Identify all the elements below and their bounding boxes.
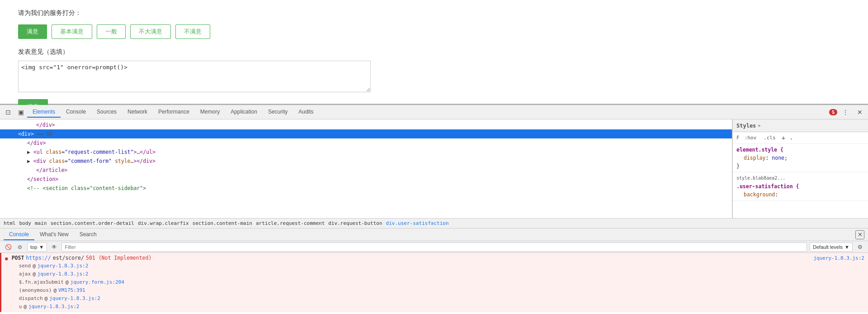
sub-link-ajax[interactable]: jquery-1.8.3.js:2 bbox=[38, 270, 89, 278]
tab-audits[interactable]: Audits bbox=[293, 107, 319, 118]
level-label: Default levels bbox=[813, 244, 843, 250]
eye-button[interactable]: 👁 bbox=[50, 243, 59, 252]
tab-console[interactable]: Console bbox=[61, 107, 91, 118]
sub-entry-send: send @ jquery-1.8.3.js:2 bbox=[12, 262, 810, 270]
comment-textarea[interactable]: <img src="1" onerror=prompt()> bbox=[18, 61, 371, 92]
rating-btn-1[interactable]: 基本满意 bbox=[52, 24, 92, 39]
styles-title: Styles bbox=[736, 123, 756, 129]
html-line: <!-- <section class="content-sidebar"> bbox=[0, 184, 732, 193]
styles-header: Styles » bbox=[733, 119, 868, 132]
console-entry-main: POST https:// est/score/ 501 (Not Implem… bbox=[12, 254, 810, 262]
device-icon[interactable]: ▣ bbox=[14, 106, 27, 119]
entry-status: 501 (Not Implemented) bbox=[86, 254, 151, 262]
context-label: top bbox=[30, 244, 37, 250]
tab-memory[interactable]: Memory bbox=[195, 107, 225, 118]
styles-panel: Styles » F :hov .cls + , element.style {… bbox=[732, 119, 868, 218]
page-content: 请为我们的服务打分： 满意 基本满意 一般 不大满意 不满意 发表意见（选填） … bbox=[0, 0, 868, 104]
sub-label-send: send bbox=[19, 262, 31, 270]
console-clear-button[interactable]: 🚫 bbox=[4, 243, 13, 252]
tab-network[interactable]: Network bbox=[122, 107, 153, 118]
breadcrumb-bar: html body main section.content.order-det… bbox=[0, 218, 868, 228]
sub-label-u: u bbox=[19, 303, 22, 311]
styles-filter-label: F bbox=[736, 135, 740, 141]
devtools-panel: ⊡ ▣ Elements Console Sources Network Per… bbox=[0, 104, 868, 314]
html-line: ▶ <div class="comment-form" style…></div… bbox=[0, 157, 732, 166]
sub-entry-dispatch: dispatch @ jquery-1.8.3.js:2 bbox=[12, 295, 810, 303]
html-line: </section> bbox=[0, 175, 732, 184]
console-tab-whatsnew[interactable]: What's New bbox=[34, 229, 74, 240]
rating-btn-3[interactable]: 不大满意 bbox=[130, 24, 171, 39]
html-line: ▶ <ul class="request-comment-list">…</ul… bbox=[0, 147, 732, 157]
error-badge: 5 bbox=[829, 109, 837, 115]
sub-entry-u: u @ jquery-1.8.3.js:2 bbox=[12, 303, 810, 311]
rating-btn-4[interactable]: 不满意 bbox=[175, 24, 210, 39]
rating-btn-2[interactable]: 一般 bbox=[97, 24, 126, 39]
console-close-button[interactable]: ✕ bbox=[855, 230, 864, 239]
console-filter-input[interactable] bbox=[61, 243, 807, 252]
comment-label: 发表意见（选填） bbox=[18, 48, 850, 56]
inspect-icon[interactable]: ⊡ bbox=[2, 106, 14, 119]
entry-method: POST bbox=[12, 254, 24, 262]
styles-cls-button[interactable]: .cls bbox=[761, 134, 778, 142]
tab-performance[interactable]: Performance bbox=[153, 107, 195, 118]
close-devtools-icon[interactable]: ✕ bbox=[854, 106, 866, 119]
sub-entry-anonymous: (anonymous) @ VM175:391 bbox=[12, 286, 810, 295]
console-entry-right: jquery-1.8.3.js:2 bbox=[813, 254, 864, 262]
breadcrumb-div-wrap[interactable]: div.wrap.clearfix bbox=[138, 220, 189, 226]
devtools-tabs-bar: ⊡ ▣ Elements Console Sources Network Per… bbox=[0, 105, 868, 119]
sub-link-anonymous[interactable]: VM175:391 bbox=[58, 286, 85, 295]
breadcrumb-body[interactable]: body bbox=[19, 220, 32, 226]
styles-hov-button[interactable]: :hov bbox=[742, 134, 759, 142]
page-title: 请为我们的服务打分： bbox=[18, 9, 850, 17]
styles-add-button[interactable]: + bbox=[782, 134, 785, 142]
rating-btn-0[interactable]: 满意 bbox=[18, 24, 47, 39]
breadcrumb-div-satisfaction[interactable]: div.user-satisfaction bbox=[386, 220, 449, 226]
styles-chevron: » bbox=[758, 123, 760, 128]
devtools-tabs-right: 5 ⋮ ✕ bbox=[829, 106, 866, 119]
breadcrumb-section-main[interactable]: section.content-main bbox=[193, 220, 252, 226]
sub-link-dispatch[interactable]: jquery-1.8.3.js:2 bbox=[49, 295, 100, 303]
tab-elements[interactable]: Elements bbox=[27, 107, 61, 118]
console-tab-console[interactable]: Console bbox=[4, 229, 34, 240]
sub-entry-ajax: ajax @ jquery-1.8.3.js:2 bbox=[12, 270, 810, 278]
rating-buttons: 满意 基本满意 一般 不大满意 不满意 bbox=[18, 24, 850, 39]
sub-link-u[interactable]: jquery-1.8.3.js:2 bbox=[28, 303, 80, 311]
console-entry-error: ● POST https:// est/score/ 501 (Not Impl… bbox=[0, 253, 868, 312]
console-tab-search[interactable]: Search bbox=[74, 229, 102, 240]
entry-url[interactable]: https:// bbox=[26, 254, 51, 262]
sub-link-send[interactable]: jquery-1.8.3.js:2 bbox=[38, 262, 89, 270]
breadcrumb-div-button[interactable]: div.request-button bbox=[328, 220, 382, 226]
console-gear-button[interactable]: ⚙ bbox=[855, 243, 864, 252]
more-icon[interactable]: ⋮ bbox=[839, 106, 852, 119]
devtools-body: </div> <div> == $0 </div> ▶ <ul class="r… bbox=[0, 119, 868, 314]
styles-rule-element: element.style { display: none; } bbox=[733, 144, 868, 172]
html-line: </article> bbox=[0, 166, 732, 175]
sub-label-ajax: ajax bbox=[19, 270, 31, 278]
tab-security[interactable]: Security bbox=[263, 107, 293, 118]
breadcrumb-article[interactable]: article.request-comment bbox=[256, 220, 325, 226]
console-close: ✕ bbox=[855, 230, 864, 239]
devtools-main: </div> <div> == $0 </div> ▶ <ul class="r… bbox=[0, 119, 868, 314]
console-entry-content: POST https:// est/score/ 501 (Not Implem… bbox=[12, 254, 810, 311]
console-filter-button[interactable]: ⊘ bbox=[15, 243, 24, 252]
elements-styles-split: </div> <div> == $0 </div> ▶ <ul class="r… bbox=[0, 119, 868, 218]
breadcrumb-section-content[interactable]: section.content.order-detail bbox=[51, 220, 134, 226]
context-selector[interactable]: top ▼ bbox=[27, 243, 47, 252]
html-line: </div> bbox=[0, 120, 732, 129]
level-selector[interactable]: Default levels ▼ bbox=[810, 243, 853, 252]
entry-url-suffix: est/score/ bbox=[53, 254, 84, 262]
breadcrumb-main[interactable]: main bbox=[35, 220, 47, 226]
level-arrow: ▼ bbox=[844, 244, 849, 250]
tab-application[interactable]: Application bbox=[225, 107, 263, 118]
error-icon: ● bbox=[5, 255, 8, 263]
sub-link-ajaxsubmit[interactable]: jquery.form.js:204 bbox=[71, 278, 124, 286]
context-arrow: ▼ bbox=[39, 244, 44, 250]
console-toolbar: 🚫 ⊘ top ▼ 👁 Default levels ▼ ⚙ bbox=[0, 241, 868, 253]
html-line-selected[interactable]: <div> == $0 bbox=[0, 129, 732, 138]
tab-sources[interactable]: Sources bbox=[91, 107, 122, 118]
sub-label-dispatch: dispatch bbox=[19, 295, 43, 303]
breadcrumb-html[interactable]: html bbox=[4, 220, 16, 226]
entry-right-link[interactable]: jquery-1.8.3.js:2 bbox=[813, 255, 864, 261]
elements-panel[interactable]: </div> <div> == $0 </div> ▶ <ul class="r… bbox=[0, 119, 732, 218]
console-entries: ● POST https:// est/score/ 501 (Not Impl… bbox=[0, 253, 868, 314]
